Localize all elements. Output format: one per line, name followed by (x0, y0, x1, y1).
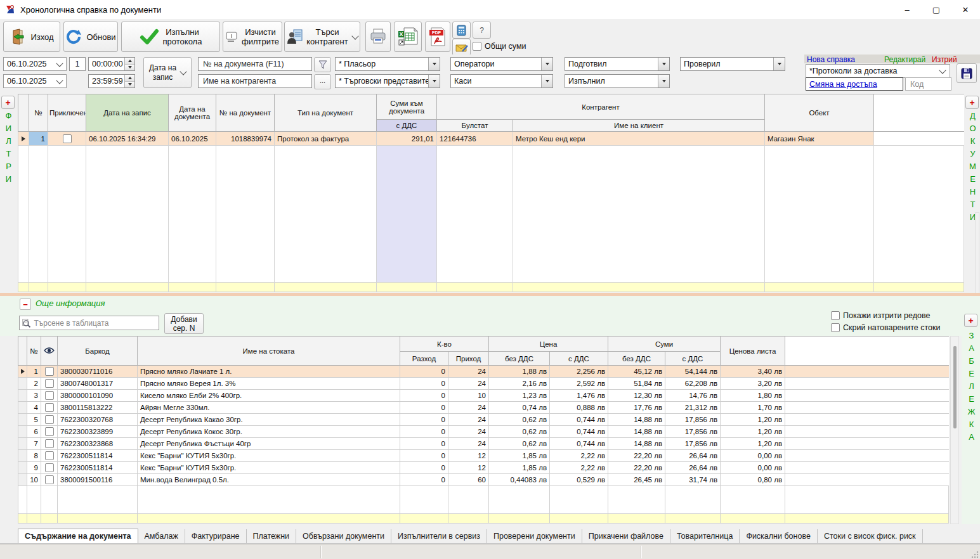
item-expense-cell[interactable]: 0 (400, 450, 448, 462)
item-price-list-cell[interactable]: 0,00 лв (721, 450, 785, 462)
search-contragent-button[interactable]: Търсиконтрагент (284, 22, 360, 52)
doc-bulstat-cell[interactable]: 121644736 (437, 132, 513, 146)
item-name-cell[interactable]: Десерт Република Какао 30гр. (138, 414, 400, 426)
item-barcode-cell[interactable]: 3800091500116 (58, 474, 138, 486)
time-from-spinner[interactable] (124, 58, 134, 70)
item-num-cell[interactable]: 3 (27, 390, 41, 402)
time-to-spinner[interactable] (124, 75, 134, 87)
doc-record-date-cell[interactable]: 06.10.2025 16:34:29 (86, 132, 169, 146)
item-income-cell[interactable]: 12 (448, 462, 489, 474)
doc-closed-cell[interactable] (48, 132, 86, 146)
item-row[interactable]: 2 3800748001317 Прясно мляко Верея 1л. 3… (18, 378, 949, 390)
item-sum-vat-cell[interactable]: 26,64 лв (665, 462, 721, 474)
col-header-record-date[interactable]: Дата на запис (86, 94, 169, 132)
doc-type-cell[interactable]: Протокол за фактура (275, 132, 377, 146)
item-barcode-cell[interactable]: 3800030711016 (58, 366, 138, 378)
tab[interactable]: Платежни (247, 529, 297, 543)
item-sum-no-vat-cell[interactable]: 12,30 лв (608, 390, 665, 402)
dropdown-button[interactable] (541, 75, 552, 87)
prepared-by-select[interactable]: Подготвил (565, 57, 670, 71)
col-header-sum-vat[interactable]: с ДДС (665, 352, 721, 366)
help-button[interactable]: ? (473, 22, 491, 39)
items-scrollbar[interactable] (950, 336, 959, 524)
item-name-cell[interactable]: Десерт Република Кокос 30гр. (138, 426, 400, 438)
contragent-browse-button[interactable]: ... (314, 74, 331, 89)
item-price-no-vat-cell[interactable]: 0,62 лв (489, 414, 550, 426)
item-price-list-cell[interactable]: 1,20 лв (721, 438, 785, 450)
row-selector[interactable] (18, 402, 27, 414)
doc-num-cell[interactable]: 1 (29, 132, 48, 146)
item-row[interactable]: 7 7622300323868 Десерт Република Фъстъци… (18, 438, 949, 450)
row-selector[interactable] (18, 414, 27, 426)
saved-report-select[interactable]: *Протоколи за доставка (806, 64, 950, 78)
doc-client-cell[interactable]: Метро Кеш енд кери (513, 132, 765, 146)
item-num-cell[interactable]: 8 (27, 450, 41, 462)
hide-loaded-checkbox[interactable] (831, 323, 840, 332)
item-price-no-vat-cell[interactable]: 1,88 лв (489, 366, 550, 378)
item-checkbox[interactable] (45, 391, 54, 400)
cash-desks-select[interactable]: Каси (450, 74, 553, 88)
item-sum-no-vat-cell[interactable]: 17,76 лв (608, 402, 665, 414)
item-visible-cell[interactable] (41, 414, 58, 426)
col-header-doc-num[interactable]: № на документ (216, 94, 275, 132)
col-header-bulstat[interactable]: Булстат (437, 120, 513, 132)
tab[interactable]: Фискални бонове (740, 529, 818, 543)
col-header-income[interactable]: Приход (448, 352, 489, 366)
item-checkbox[interactable] (45, 439, 54, 448)
item-price-no-vat-cell[interactable]: 0,44083 лв (489, 474, 550, 486)
dropdown-button[interactable] (541, 58, 552, 70)
item-name-cell[interactable]: Прясно мляко Лачиате 1 л. (138, 366, 400, 378)
item-barcode-cell[interactable]: 7622300320768 (58, 414, 138, 426)
add-document-button[interactable]: + (965, 96, 979, 109)
item-num-cell[interactable]: 2 (27, 378, 41, 390)
item-sum-no-vat-cell[interactable]: 14,88 лв (608, 426, 665, 438)
item-num-cell[interactable]: 5 (27, 414, 41, 426)
item-barcode-cell[interactable]: 7622300323899 (58, 426, 138, 438)
execute-protocol-button[interactable]: Изпълнипротокола (121, 22, 220, 52)
col-header-num[interactable]: № (29, 94, 48, 132)
item-income-cell[interactable]: 24 (448, 366, 489, 378)
item-num-cell[interactable]: 1 (27, 366, 41, 378)
row-selector[interactable] (18, 426, 27, 438)
item-checkbox[interactable] (45, 463, 54, 472)
doc-number-input-field[interactable] (202, 59, 308, 69)
refresh-button[interactable]: Обнови (63, 22, 118, 52)
change-access-link[interactable]: Смяна на достъпа (809, 80, 877, 89)
item-sum-no-vat-cell[interactable]: 51,84 лв (608, 378, 665, 390)
item-checkbox[interactable] (45, 415, 54, 424)
item-name-cell[interactable]: Мин.вода Велинград 0.5л. (138, 474, 400, 486)
col-header-site[interactable]: Обект (765, 94, 874, 132)
item-price-list-cell[interactable]: 3,20 лв (721, 378, 785, 390)
item-price-vat-cell[interactable]: 0,744 лв (550, 426, 608, 438)
code-input[interactable] (905, 77, 951, 91)
table-search-box[interactable] (19, 316, 159, 330)
add-note-button[interactable]: + (964, 314, 977, 327)
date-from-picker[interactable]: 06.10.2025 (3, 57, 67, 71)
item-price-list-cell[interactable]: 3,40 лв (721, 366, 785, 378)
item-income-cell[interactable]: 24 (448, 426, 489, 438)
item-price-list-cell[interactable]: 1,70 лв (721, 402, 785, 414)
contragent-name-input-field[interactable] (202, 76, 308, 86)
collapse-more-info-button[interactable]: − (20, 299, 31, 310)
delete-report-link[interactable]: Изтрий (932, 55, 957, 64)
maximize-button[interactable]: ▢ (922, 0, 951, 19)
tab[interactable]: Обвързани документи (296, 529, 391, 543)
table-search-input[interactable] (32, 318, 157, 328)
item-price-vat-cell[interactable]: 2,256 лв (550, 366, 608, 378)
item-name-cell[interactable]: Кисело мляко Елби 2% 400гр. (138, 390, 400, 402)
item-checkbox[interactable] (45, 427, 54, 436)
item-expense-cell[interactable]: 0 (400, 390, 448, 402)
dropdown-button[interactable] (428, 58, 440, 70)
item-income-cell[interactable]: 24 (448, 438, 489, 450)
item-name-cell[interactable]: Прясно мляко Верея 1л. 3% (138, 378, 400, 390)
item-visible-cell[interactable] (41, 390, 58, 402)
doc-site-cell[interactable]: Магазин Янак (765, 132, 874, 146)
col-header-price-no-vat[interactable]: без ДДС (489, 352, 550, 366)
item-income-cell[interactable]: 10 (448, 390, 489, 402)
item-income-cell[interactable]: 24 (448, 414, 489, 426)
add-filter-button[interactable]: + (1, 96, 15, 109)
item-price-no-vat-cell[interactable]: 0,62 лв (489, 438, 550, 450)
item-sum-vat-cell[interactable]: 62,208 лв (665, 378, 721, 390)
item-price-no-vat-cell[interactable]: 2,16 лв (489, 378, 550, 390)
item-checkbox[interactable] (45, 367, 54, 376)
